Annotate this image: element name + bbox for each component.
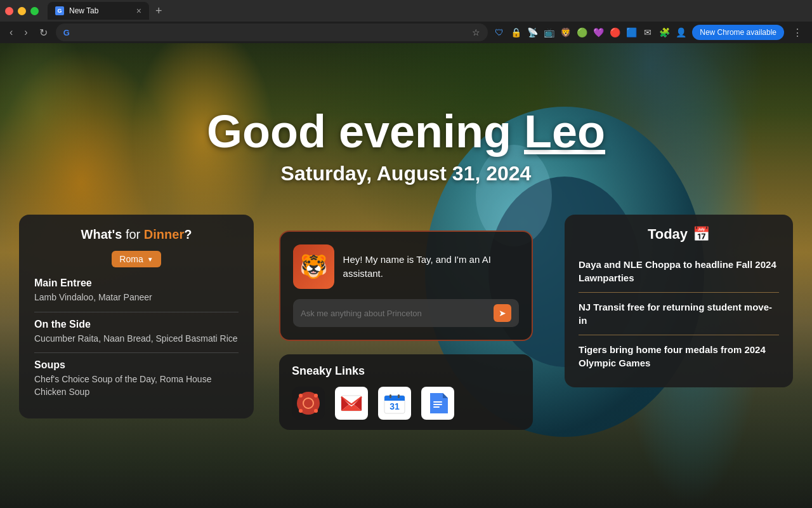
ai-assistant-card: 🐯 Hey! My name is Tay, and I'm an AI ass… [279,231,533,341]
maximize-button[interactable] [30,7,39,15]
chevron-down-icon: ▼ [147,256,154,263]
close-button[interactable] [5,7,13,15]
svg-text:31: 31 [390,401,400,411]
tab-close-button[interactable]: × [136,6,141,16]
svg-point-8 [314,409,318,413]
svg-rect-16 [398,394,400,398]
forward-button[interactable]: › [21,25,30,39]
news-item-title-2[interactable]: NJ Transit free for returning student mo… [579,300,779,327]
dinner-question: ? [184,227,192,241]
window-controls [5,7,39,15]
tab-bar: G New Tab × + [0,0,812,22]
ai-header: 🐯 Hey! My name is Tay, and I'm an AI ass… [293,244,519,289]
news-item-title-3[interactable]: Tigers bring home four medals from 2024 … [579,343,779,370]
menu-button[interactable]: ⋮ [789,25,806,40]
menu-section-side: On the Side Cucumber Raita, Naan Bread, … [34,319,239,345]
link-google-docs[interactable] [421,387,454,420]
profile-icon[interactable]: 👤 [674,26,687,39]
bookmark-icon[interactable]: ☆ [472,27,480,37]
dinner-for: for [126,227,144,241]
news-divider-1 [579,292,779,293]
menu-section-title-side: On the Side [34,319,239,330]
dinner-whats: What's [81,227,126,241]
extension-icon-7[interactable]: 🟦 [625,26,638,39]
page-content: Good evening Leo Saturday, August 31, 20… [0,43,812,508]
menu-divider-2 [34,352,239,353]
svg-point-6 [314,394,318,398]
extension-icon-2[interactable]: 📺 [542,26,555,39]
ai-search-input[interactable] [301,309,488,318]
calendar-emoji-icon: 📅 [693,226,710,243]
svg-rect-17 [433,401,442,403]
menu-section-main: Main Entree Lamb Vindaloo, Matar Paneer [34,277,239,304]
menu-divider-1 [34,312,239,312]
toolbar-icons: 🛡 🔒 📡 📺 🦁 🟢 💜 🔴 🟦 ✉ 🧩 👤 [493,26,687,39]
sneaky-links-card: Sneaky Links [279,354,533,430]
today-title: Today [648,226,688,243]
news-item-2[interactable]: NJ Transit free for returning student mo… [579,294,779,333]
link-princeton-portal[interactable] [292,387,325,420]
location-selector[interactable]: Roma ▼ [34,251,239,267]
link-google-calendar[interactable]: 31 [378,387,411,420]
dinner-card: What's for Dinner? Roma ▼ Main Entree La… [19,215,254,418]
links-card-title: Sneaky Links [292,364,520,378]
ai-avatar: 🐯 [293,244,334,289]
svg-rect-18 [433,404,442,405]
svg-point-5 [299,394,303,398]
extensions-button[interactable]: 🧩 [658,26,671,39]
greeting-name: Leo [524,106,605,157]
menu-section-items-side: Cucumber Raita, Naan Bread, Spiced Basma… [34,333,239,345]
menu-section-soups: Soups Chef's Choice Soup of the Day, Rom… [34,359,239,398]
menu-section-title-main: Main Entree [34,277,239,289]
extension-icon-5[interactable]: 💜 [592,26,605,39]
date-text: Saturday, August 31, 2024 [0,162,812,185]
menu-section-title-soups: Soups [34,359,239,371]
address-input[interactable] [75,28,467,37]
extension-icon-1[interactable]: 📡 [526,26,539,39]
news-divider-2 [579,335,779,335]
extension-icon-6[interactable]: 🔴 [608,26,621,39]
dinner-word: Dinner [144,227,184,241]
news-item-title-1[interactable]: Daya and NLE Choppa to headline Fall 202… [579,258,779,284]
svg-rect-19 [433,406,440,408]
dinner-card-title: What's for Dinner? [34,227,239,242]
new-tab-button[interactable]: + [152,4,166,18]
active-tab[interactable]: G New Tab × [48,2,149,20]
menu-section-items-main: Lamb Vindaloo, Matar Paneer [34,291,239,304]
ai-input-row[interactable]: ➤ [293,299,519,327]
svg-point-7 [299,409,303,413]
ai-avatar-emoji: 🐯 [299,253,328,280]
svg-rect-15 [390,394,391,398]
greeting-text: Good evening Leo [0,107,812,157]
svg-rect-13 [384,399,405,401]
new-chrome-button[interactable]: New Chrome available [692,25,784,40]
extension-icon-8[interactable]: ✉ [641,26,654,39]
browser-chrome: G New Tab × + ‹ › ↻ G ☆ 🛡 🔒 📡 📺 🦁 🟢 💜 🔴 … [0,0,812,43]
reload-button[interactable]: ↻ [36,25,51,40]
news-item-3[interactable]: Tigers bring home four medals from 2024 … [579,337,779,376]
news-item-1[interactable]: Daya and NLE Choppa to headline Fall 202… [579,251,779,291]
extension-icon-4[interactable]: 🟢 [575,26,588,39]
toolbar: ‹ › ↻ G ☆ 🛡 🔒 📡 📺 🦁 🟢 💜 🔴 🟦 ✉ 🧩 👤 New Ch… [0,22,812,43]
back-button[interactable]: ‹ [6,25,16,39]
extension-icon-3[interactable]: 🦁 [559,26,572,39]
vpn-icon[interactable]: 🔒 [509,26,522,39]
minimize-button[interactable] [18,7,26,15]
tab-title: New Tab [69,6,98,15]
address-bar[interactable]: G ☆ [56,23,488,41]
ai-intro-text: Hey! My name is Tay, and I'm an AI assis… [343,253,519,281]
greeting-prefix: Good evening [207,106,524,157]
today-card: Today 📅 Daya and NLE Choppa to headline … [565,215,793,387]
center-greeting-area: Good evening Leo Saturday, August 31, 20… [0,107,812,185]
link-gmail[interactable] [335,387,368,420]
links-row: 31 [292,387,520,420]
ai-send-button[interactable]: ➤ [494,304,511,322]
g-logo-icon: G [63,28,70,37]
today-header: Today 📅 [579,226,779,243]
tab-favicon: G [55,6,64,15]
bitwarden-icon[interactable]: 🛡 [493,26,506,39]
menu-section-items-soups: Chef's Choice Soup of the Day, Roma Hous… [34,373,239,398]
location-name: Roma [119,254,143,264]
location-badge[interactable]: Roma ▼ [112,251,160,267]
